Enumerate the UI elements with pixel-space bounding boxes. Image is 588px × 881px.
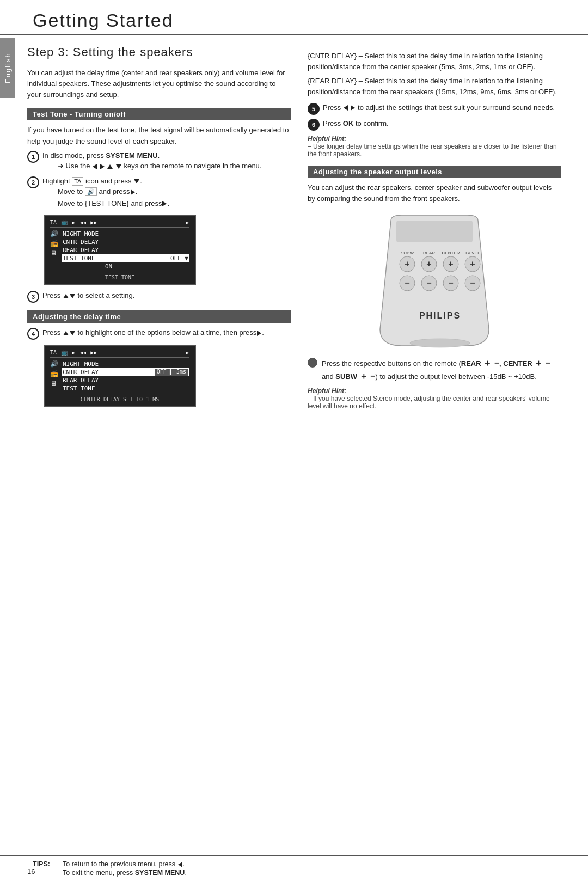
tips-row-1: TIPS: To return to the previous menu, pr… [33,860,555,868]
icon-monitor-2: 🖥 [50,380,58,387]
screen-main-1: 🔊 📻 🖥 NIGHT MODE CNTR DELAY REAR DELAY T… [50,230,189,271]
svg-text:+: + [448,259,453,268]
step-1-num: 1 [27,151,39,163]
screen-mockup-2-wrapper: TA 📺 ▶ ◄◄ ▶▶ ► 🔊 📻 🖥 [44,345,291,407]
screen-row2-test: TEST TONE [62,384,189,393]
screen-rows-1: NIGHT MODE CNTR DELAY REAR DELAY TEST TO… [62,230,189,271]
subsection-bar-3: Adjusting the speaker output levels [308,166,561,178]
helpful-hint-2: Helpful Hint: – If you have selected Ste… [308,387,561,410]
svg-text:TV VOL: TV VOL [464,250,480,255]
svg-text:REAR: REAR [422,250,434,255]
screen-row-test-selected: TEST TONEOFF ▼ [62,254,189,262]
step-1: 1 In disc mode, press SYSTEM MENU. ➜ Use… [27,150,291,173]
test-tone-body: If you have turned on the test tone, the… [27,125,291,146]
step-6-content: Press OK to confirm. [323,118,389,129]
page-wrapper: English Getting Started Step 3: Setting … [0,0,588,881]
screen-row2-rear: REAR DELAY [62,376,189,384]
icon-tv: 📺 [61,219,68,225]
intro-text: You can adjust the delay time (center an… [27,68,291,100]
icon-rew-2: ◄◄ [79,350,86,356]
screen-mockup-2: TA 📺 ▶ ◄◄ ▶▶ ► 🔊 📻 🖥 [44,345,196,407]
screen-row-rear: REAR DELAY [62,246,189,254]
icon-ff: ▶▶ [90,219,97,225]
svg-text:+: + [405,259,409,268]
icon-monitor: 🖥 [50,249,58,257]
bottom-bar: TIPS: To return to the previous menu, pr… [0,855,588,881]
step-4-content: Press to highlight one of the options be… [42,327,264,338]
screen-top-bar-2: TA 📺 ▶ ◄◄ ▶▶ ► [50,350,189,358]
icon-ta: TA [50,219,57,225]
screen-row-night: NIGHT MODE [62,230,189,238]
screen-main-2: 🔊 📻 🖥 NIGHT MODE CNTR DELAYOFF ▌ 5ms REA… [50,360,189,393]
svg-text:−: − [405,278,409,287]
step-5-num: 5 [308,103,320,115]
side-tab: English [0,38,15,98]
icon-radio: 📻 [50,240,58,247]
step-1-substep: ➜ Use the keys on the remote to navigate… [58,161,261,172]
step-2-substep2: Move to {TEST TONE} and press. [58,198,169,209]
icon-radio-2: 📻 [50,370,58,377]
screen-mockup-1-wrapper: TA 📺 ▶ ◄◄ ▶▶ ► 🔊 📻 🖥 [44,215,291,285]
icon-arrow-right: ► [186,219,189,225]
svg-text:+: + [426,259,431,268]
cntr-delay-text: {CNTR DELAY} – Select this to set the de… [308,51,561,72]
page-title: Getting Started [33,10,174,30]
remote-svg: + + + + SUBW REAR CENTER TV VOL − [358,210,511,351]
bullet-content-1: Press the respective buttons on the remo… [322,357,561,383]
step-4: 4 Press to highlight one of the options … [27,327,291,340]
tips-line1: To return to the previous menu, press . [63,860,185,868]
helpful-hint-1: Helpful Hint: – Use longer delay time se… [308,135,561,158]
step-6-num: 6 [308,119,320,131]
main-content: Step 3: Setting the speakers You can adj… [0,35,588,414]
svg-text:SUBW: SUBW [401,250,414,255]
svg-text:−: − [470,278,475,287]
screen-row2-cntr: CNTR DELAYOFF ▌ 5ms [62,368,189,376]
step-3-num: 3 [27,291,39,303]
icon-play-2: ▶ [72,350,75,356]
screen-left-icons-2: 🔊 📻 🖥 [50,360,58,393]
step-2-content: Highlight TA icon and press . Move to 🔊 … [42,176,169,210]
svg-text:−: − [448,278,453,287]
page-title-bar: Getting Started [0,0,588,35]
subsection-bar-1: Test Tone - Turning on/off [27,108,291,120]
svg-text:+: + [470,259,475,268]
screen-bottom-label-2: CENTER DELAY SET TO 1 MS [50,395,189,402]
screen-top-bar-1: TA 📺 ▶ ◄◄ ▶▶ ► [50,219,189,228]
icon-ta-2: TA [50,350,57,356]
section-heading: Step 3: Setting the speakers [27,45,291,62]
left-column: Step 3: Setting the speakers You can adj… [27,35,291,414]
hint-2-title: Helpful Hint: [308,387,561,395]
subsection-bar-2: Adjusting the delay time [27,310,291,323]
svg-rect-0 [396,221,473,242]
step-3: 3 Press to select a setting. [27,290,291,303]
step-2-num: 2 [27,176,39,188]
svg-point-22 [410,339,470,347]
icon-play: ▶ [72,219,75,225]
icon-speaker: 🔊 [50,230,58,237]
output-levels-body: You can adjust the rear speakers, center… [308,182,561,204]
icon-speaker-2: 🔊 [50,360,58,368]
svg-text:CENTER: CENTER [442,250,460,255]
screen-rows-2: NIGHT MODE CNTR DELAYOFF ▌ 5ms REAR DELA… [62,360,189,393]
step-3-content: Press to select a setting. [42,290,134,301]
step-1-content: In disc mode, press SYSTEM MENU. ➜ Use t… [42,150,261,173]
remote-container: + + + + SUBW REAR CENTER TV VOL − [308,210,561,351]
tips-row-2: To exit the menu, press SYSTEM MENU. [33,869,555,877]
screen-row-cntr: CNTR DELAY [62,238,189,246]
screen-left-icons-1: 🔊 📻 🖥 [50,230,58,271]
svg-text:PHILIPS: PHILIPS [419,311,460,320]
icon-rew: ◄◄ [79,219,86,225]
bullet-press-buttons: Press the respective buttons on the remo… [308,357,561,383]
step-2-substep1: Move to 🔊 and press. [58,186,169,197]
hint-2-text: – If you have selected Stereo mode, adju… [308,395,561,410]
step-5: 5 Press to adjust the settings that best… [308,102,561,115]
step-6: 6 Press OK to confirm. [308,118,561,131]
tips-line2: To exit the menu, press SYSTEM MENU. [63,869,187,877]
step-5-content: Press to adjust the settings that best s… [323,102,555,113]
step-4-num: 4 [27,328,39,340]
screen-row-on: ON [62,262,189,271]
step-2: 2 Highlight TA icon and press . Move to … [27,176,291,210]
hint-1-title: Helpful Hint: [308,135,561,143]
rear-delay-text: {REAR DELAY} – Select this to set the de… [308,76,561,97]
svg-text:−: − [426,278,431,287]
